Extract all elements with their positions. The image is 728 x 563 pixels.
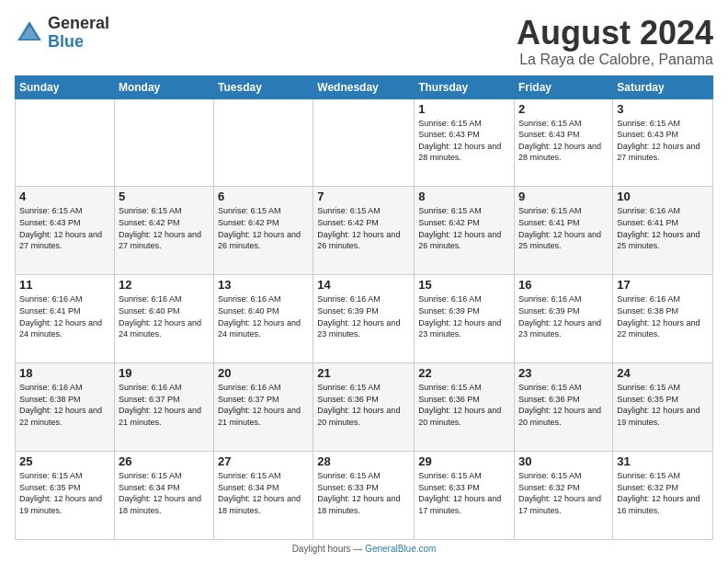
calendar-cell xyxy=(313,98,415,187)
day-number: 8 xyxy=(418,190,510,203)
day-info: Sunrise: 6:15 AMSunset: 6:41 PMDaylight:… xyxy=(518,205,609,251)
day-number: 12 xyxy=(119,278,210,292)
day-number: 14 xyxy=(317,278,410,292)
day-info: Sunrise: 6:15 AMSunset: 6:43 PMDaylight:… xyxy=(418,118,510,164)
day-info: Sunrise: 6:15 AMSunset: 6:42 PMDaylight:… xyxy=(119,205,210,251)
day-info: Sunrise: 6:15 AMSunset: 6:35 PMDaylight:… xyxy=(19,470,110,516)
day-number: 29 xyxy=(418,454,510,468)
calendar-cell: 18Sunrise: 6:16 AMSunset: 6:38 PMDayligh… xyxy=(16,363,115,452)
day-number: 20 xyxy=(218,366,309,380)
day-number: 17 xyxy=(617,278,709,292)
day-number: 31 xyxy=(617,454,709,468)
day-info: Sunrise: 6:15 AMSunset: 6:34 PMDaylight:… xyxy=(119,470,210,516)
month-title: August 2024 xyxy=(517,15,713,52)
day-number: 13 xyxy=(218,278,309,292)
day-info: Sunrise: 6:16 AMSunset: 6:38 PMDaylight:… xyxy=(19,382,110,428)
calendar-table: SundayMondayTuesdayWednesdayThursdayFrid… xyxy=(15,75,713,540)
day-number: 15 xyxy=(418,278,510,292)
title-block: August 2024 La Raya de Calobre, Panama xyxy=(517,15,713,68)
footer-link[interactable]: GeneralBlue.com xyxy=(365,544,436,554)
calendar-week-row: 18Sunrise: 6:16 AMSunset: 6:38 PMDayligh… xyxy=(16,363,713,452)
logo: General Blue xyxy=(15,15,109,52)
day-number: 27 xyxy=(218,454,309,468)
calendar-week-row: 4Sunrise: 6:15 AMSunset: 6:43 PMDaylight… xyxy=(16,187,713,275)
calendar-cell: 20Sunrise: 6:16 AMSunset: 6:37 PMDayligh… xyxy=(214,363,313,452)
day-info: Sunrise: 6:16 AMSunset: 6:40 PMDaylight:… xyxy=(218,293,309,339)
day-info: Sunrise: 6:15 AMSunset: 6:43 PMDaylight:… xyxy=(19,205,110,251)
day-info: Sunrise: 6:16 AMSunset: 6:41 PMDaylight:… xyxy=(19,293,110,339)
day-info: Sunrise: 6:16 AMSunset: 6:40 PMDaylight:… xyxy=(119,293,210,339)
day-number: 30 xyxy=(518,454,609,468)
logo-text: General Blue xyxy=(48,15,109,52)
day-info: Sunrise: 6:15 AMSunset: 6:32 PMDaylight:… xyxy=(617,470,709,516)
calendar-cell: 17Sunrise: 6:16 AMSunset: 6:38 PMDayligh… xyxy=(613,275,713,363)
day-info: Sunrise: 6:15 AMSunset: 6:32 PMDaylight:… xyxy=(518,470,609,516)
day-info: Sunrise: 6:15 AMSunset: 6:33 PMDaylight:… xyxy=(418,470,510,516)
calendar-cell: 9Sunrise: 6:15 AMSunset: 6:41 PMDaylight… xyxy=(515,187,613,275)
day-info: Sunrise: 6:15 AMSunset: 6:36 PMDaylight:… xyxy=(317,382,410,428)
calendar-cell xyxy=(214,98,313,187)
day-number: 6 xyxy=(218,190,309,203)
logo-icon xyxy=(15,18,44,48)
calendar-cell: 7Sunrise: 6:15 AMSunset: 6:42 PMDaylight… xyxy=(313,187,415,275)
day-number: 5 xyxy=(119,190,210,203)
calendar-cell: 27Sunrise: 6:15 AMSunset: 6:34 PMDayligh… xyxy=(214,452,313,540)
calendar-cell: 14Sunrise: 6:16 AMSunset: 6:39 PMDayligh… xyxy=(313,275,415,363)
calendar-cell: 1Sunrise: 6:15 AMSunset: 6:43 PMDaylight… xyxy=(415,98,515,187)
calendar-cell xyxy=(16,98,115,187)
day-number: 25 xyxy=(19,454,110,468)
calendar-cell: 29Sunrise: 6:15 AMSunset: 6:33 PMDayligh… xyxy=(415,452,515,540)
calendar-cell: 25Sunrise: 6:15 AMSunset: 6:35 PMDayligh… xyxy=(16,452,115,540)
calendar-week-row: 11Sunrise: 6:16 AMSunset: 6:41 PMDayligh… xyxy=(16,275,713,363)
calendar-cell: 28Sunrise: 6:15 AMSunset: 6:33 PMDayligh… xyxy=(313,452,415,540)
calendar-cell: 5Sunrise: 6:15 AMSunset: 6:42 PMDaylight… xyxy=(114,187,213,275)
day-number: 7 xyxy=(317,190,410,203)
day-number: 22 xyxy=(418,366,510,380)
day-info: Sunrise: 6:15 AMSunset: 6:42 PMDaylight:… xyxy=(218,205,309,251)
footer-note: Daylight hours — GeneralBlue.com xyxy=(15,544,713,554)
day-info: Sunrise: 6:15 AMSunset: 6:34 PMDaylight:… xyxy=(218,470,309,516)
calendar-cell: 19Sunrise: 6:16 AMSunset: 6:37 PMDayligh… xyxy=(114,363,213,452)
calendar-cell: 12Sunrise: 6:16 AMSunset: 6:40 PMDayligh… xyxy=(114,275,213,363)
calendar-cell: 22Sunrise: 6:15 AMSunset: 6:36 PMDayligh… xyxy=(415,363,515,452)
day-info: Sunrise: 6:15 AMSunset: 6:42 PMDaylight:… xyxy=(418,205,510,251)
day-info: Sunrise: 6:16 AMSunset: 6:39 PMDaylight:… xyxy=(317,293,410,339)
calendar-week-row: 1Sunrise: 6:15 AMSunset: 6:43 PMDaylight… xyxy=(16,98,713,187)
day-number: 23 xyxy=(518,366,609,380)
calendar-cell: 6Sunrise: 6:15 AMSunset: 6:42 PMDaylight… xyxy=(214,187,313,275)
day-of-week-header: Sunday xyxy=(16,75,115,98)
calendar-cell: 11Sunrise: 6:16 AMSunset: 6:41 PMDayligh… xyxy=(16,275,115,363)
calendar-cell: 30Sunrise: 6:15 AMSunset: 6:32 PMDayligh… xyxy=(515,452,613,540)
header: General Blue August 2024 La Raya de Calo… xyxy=(15,15,713,68)
calendar-cell: 13Sunrise: 6:16 AMSunset: 6:40 PMDayligh… xyxy=(214,275,313,363)
calendar-cell: 16Sunrise: 6:16 AMSunset: 6:39 PMDayligh… xyxy=(515,275,613,363)
calendar-cell: 4Sunrise: 6:15 AMSunset: 6:43 PMDaylight… xyxy=(16,187,115,275)
calendar-cell: 15Sunrise: 6:16 AMSunset: 6:39 PMDayligh… xyxy=(415,275,515,363)
day-info: Sunrise: 6:15 AMSunset: 6:43 PMDaylight:… xyxy=(617,118,709,164)
day-info: Sunrise: 6:15 AMSunset: 6:36 PMDaylight:… xyxy=(418,382,510,428)
day-of-week-header: Monday xyxy=(114,75,213,98)
logo-general: General xyxy=(48,15,109,33)
day-number: 19 xyxy=(119,366,210,380)
day-info: Sunrise: 6:15 AMSunset: 6:43 PMDaylight:… xyxy=(518,118,609,164)
calendar-cell: 26Sunrise: 6:15 AMSunset: 6:34 PMDayligh… xyxy=(114,452,213,540)
day-number: 2 xyxy=(518,102,609,116)
day-info: Sunrise: 6:16 AMSunset: 6:37 PMDaylight:… xyxy=(218,382,309,428)
day-info: Sunrise: 6:16 AMSunset: 6:39 PMDaylight:… xyxy=(518,293,609,339)
calendar-week-row: 25Sunrise: 6:15 AMSunset: 6:35 PMDayligh… xyxy=(16,452,713,540)
day-number: 3 xyxy=(617,102,709,116)
calendar-cell: 8Sunrise: 6:15 AMSunset: 6:42 PMDaylight… xyxy=(415,187,515,275)
day-info: Sunrise: 6:15 AMSunset: 6:36 PMDaylight:… xyxy=(518,382,609,428)
calendar-header-row: SundayMondayTuesdayWednesdayThursdayFrid… xyxy=(16,75,713,98)
day-number: 10 xyxy=(617,190,709,203)
day-number: 26 xyxy=(119,454,210,468)
footer-text: Daylight hours xyxy=(292,544,351,554)
day-info: Sunrise: 6:15 AMSunset: 6:33 PMDaylight:… xyxy=(317,470,410,516)
day-of-week-header: Wednesday xyxy=(313,75,415,98)
day-number: 18 xyxy=(19,366,110,380)
calendar-cell xyxy=(114,98,213,187)
day-info: Sunrise: 6:16 AMSunset: 6:37 PMDaylight:… xyxy=(119,382,210,428)
calendar-cell: 31Sunrise: 6:15 AMSunset: 6:32 PMDayligh… xyxy=(613,452,713,540)
day-info: Sunrise: 6:15 AMSunset: 6:42 PMDaylight:… xyxy=(317,205,410,251)
day-number: 4 xyxy=(19,190,110,203)
